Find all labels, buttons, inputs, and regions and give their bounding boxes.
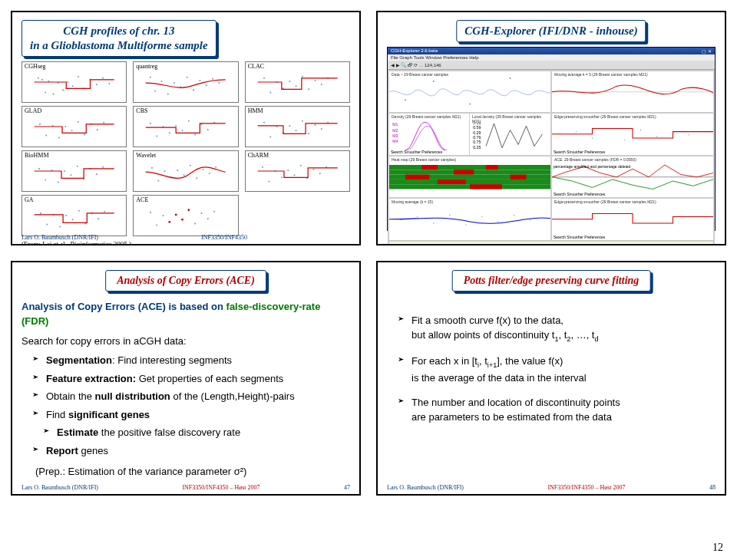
slide3-footer-mid: INF3350/INF4350 – Høst 2007 (182, 484, 259, 491)
point-interval: For each x in [ti, ti+1], the value f(x)… (401, 354, 716, 386)
svg-point-1 (41, 78, 43, 80)
svg-point-44 (78, 120, 79, 122)
svg-point-16 (154, 90, 156, 91)
svg-rect-157 (486, 165, 498, 170)
svg-point-41 (58, 137, 60, 138)
slide3-footer-left: Lars O. Baumbusch (DNR/IFI) (21, 484, 98, 491)
svg-point-115 (150, 211, 151, 212)
svg-point-110 (78, 209, 80, 211)
svg-rect-164 (438, 180, 466, 184)
svg-point-113 (97, 218, 99, 219)
svg-point-26 (219, 82, 220, 84)
panel-moving-avg-15: Moving average (k = 15) (389, 199, 550, 240)
svg-point-60 (263, 121, 265, 123)
svg-text:0.29: 0.29 (473, 130, 481, 135)
panel-edge2: Edge-preserving smoother (29 Breast canc… (552, 199, 713, 240)
svg-point-81 (102, 166, 104, 167)
panel-wavelet: Wavelet (133, 150, 238, 192)
svg-point-89 (197, 177, 198, 179)
svg-point-97 (287, 169, 289, 170)
svg-point-96 (280, 176, 282, 178)
svg-point-128 (181, 218, 183, 220)
svg-point-77 (77, 165, 78, 166)
svg-point-109 (72, 219, 74, 220)
methods-panel-grid: CGHseg quantreg CLAC GLAD CBS (21, 61, 350, 236)
svg-point-126 (169, 220, 171, 222)
svg-point-34 (308, 88, 309, 90)
svg-point-174 (497, 222, 498, 222)
panel-glad: GLAD (21, 106, 127, 147)
svg-point-35 (314, 79, 316, 81)
svg-point-39 (45, 134, 47, 136)
svg-point-99 (299, 164, 301, 166)
slide4-list: Fit a smooth curve f(x) to the data, but… (387, 313, 716, 425)
svg-point-86 (177, 169, 179, 170)
svg-point-54 (182, 130, 183, 131)
svg-point-76 (70, 174, 71, 176)
svg-point-69 (320, 128, 322, 130)
slide4-footer-left: Lars O. Baumbusch (DNR/IFI) (387, 484, 464, 491)
svg-point-172 (465, 225, 466, 226)
slide1-footer-mid: INF3350/INF4350 (201, 234, 247, 241)
panel-cbs: CBS (133, 106, 238, 147)
svg-point-134 (510, 77, 511, 79)
svg-point-173 (481, 216, 482, 217)
item-null-dist: Obtain the null distribution of the (Len… (35, 389, 350, 404)
slide4-title-box: Potts filter/edge preserving curve fitti… (452, 270, 651, 292)
svg-text:M3: M3 (392, 133, 398, 138)
svg-point-131 (405, 99, 406, 100)
slide1-footer-left: Lars O. Baumbusch (DNR/IFI) (21, 234, 98, 241)
svg-point-74 (58, 181, 59, 183)
svg-point-19 (174, 82, 175, 84)
svg-point-22 (193, 89, 194, 91)
svg-point-108 (65, 214, 67, 216)
panel-ga: GA (21, 195, 127, 236)
svg-point-72 (45, 179, 46, 180)
svg-point-127 (175, 213, 177, 216)
svg-point-38 (39, 123, 41, 124)
menubar[interactable]: File Graph Tools Window Preferences Help (388, 54, 715, 61)
svg-point-114 (104, 210, 105, 212)
svg-point-91 (209, 173, 210, 174)
svg-rect-156 (421, 165, 438, 170)
svg-point-6 (62, 89, 64, 91)
window-controls-icon[interactable]: ▢ ✕ (702, 48, 712, 54)
svg-point-7 (67, 81, 68, 82)
item-report: Report genes (35, 443, 350, 459)
svg-point-61 (269, 136, 271, 137)
slide1-title-box: CGH profiles of chr. 13 in a Glioblastom… (21, 20, 216, 57)
svg-point-12 (96, 84, 97, 85)
item-feature-extraction: Feature extraction: Get properties of ea… (35, 371, 350, 387)
svg-point-31 (289, 80, 290, 81)
slide-cgh-explorer: CGH-Explorer (IFI/DNR - inhouse) CGH-Exp… (376, 11, 726, 245)
svg-point-152 (656, 137, 657, 137)
svg-point-36 (320, 84, 322, 85)
panel-edge-preserving: Edge-preserving smoother (29 Breast canc… (552, 114, 713, 155)
svg-point-33 (302, 75, 303, 77)
svg-point-129 (188, 209, 190, 211)
slide3-heading: Analysis of Copy Errors (ACE) is based o… (21, 299, 350, 329)
svg-text:0.76: 0.76 (473, 135, 481, 140)
panel-ace: ACE: 29 Breast cancer samples (FDR = 0.0… (552, 156, 713, 198)
svg-text:0.75: 0.75 (473, 140, 481, 145)
svg-point-80 (96, 173, 97, 175)
svg-point-116 (157, 224, 158, 226)
svg-point-24 (206, 84, 207, 86)
svg-point-47 (97, 129, 98, 130)
slide3-title-box: Analysis of Copy Errors (ACE) (105, 270, 266, 292)
svg-text:M4: M4 (392, 139, 398, 143)
toolbar[interactable]: ◀ ▶ 🔍 🗗 ⟳ … 124,146 (388, 61, 715, 70)
svg-point-90 (203, 168, 204, 170)
svg-point-102 (319, 173, 320, 174)
svg-point-65 (295, 130, 296, 131)
panel-moving-avg-5: Moving average k = 5 (29 Breast cancer s… (552, 71, 713, 113)
svg-point-125 (213, 210, 215, 212)
slide4-footer-mid: INF3350/INF4350 – Høst 2007 (547, 484, 625, 491)
svg-point-171 (449, 215, 450, 216)
svg-text:0.25: 0.25 (473, 145, 481, 150)
slide-ace: Analysis of Copy Errors (ACE) Analysis o… (11, 261, 361, 496)
svg-point-15 (150, 76, 151, 77)
svg-point-56 (194, 133, 196, 135)
panel-density-row: Density (29 Breast cancer samples M21) S… (389, 114, 550, 155)
slide3-subheading: Search for copy errors in aCGH data: (21, 334, 350, 349)
